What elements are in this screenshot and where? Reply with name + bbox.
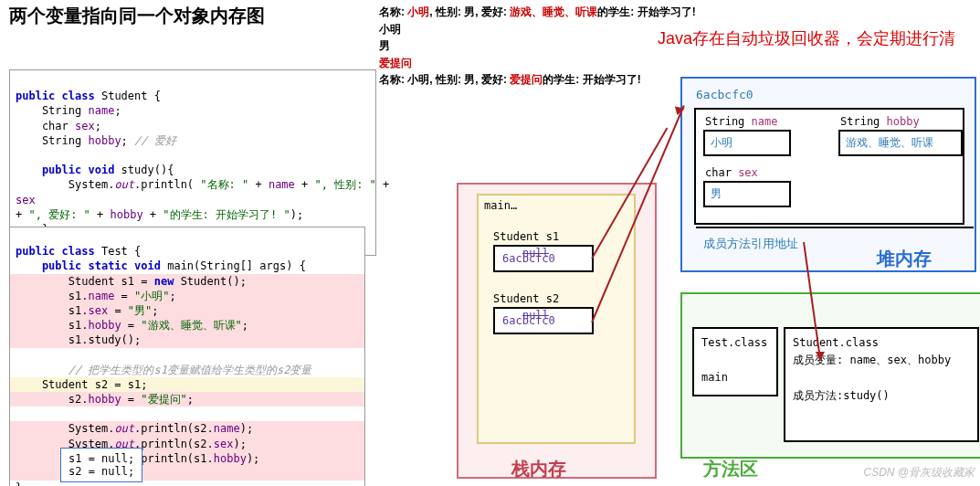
- method-reference: 成员方法引用地址: [696, 227, 974, 252]
- field-hobby: 游戏、睡觉、听课: [838, 130, 963, 156]
- var-s2-label: Student s2: [493, 292, 559, 305]
- arrow-head-2: [816, 352, 825, 361]
- student-class-box: Student.class成员变量: name、sex、hobby成员方法:st…: [784, 327, 979, 442]
- field-name: 小明: [703, 130, 791, 156]
- console-output: 名称: 小明, 性别: 男, 爱好: 游戏、睡觉、听课的学生: 开始学习了! 小…: [379, 4, 696, 89]
- null-assignment-box: s1 = null;s2 = null;: [60, 448, 142, 482]
- var-s1-value: null 6acbcfc0: [493, 245, 594, 272]
- stack-memory-label: 栈内存: [511, 457, 566, 481]
- method-area-label: 方法区: [703, 457, 758, 481]
- field-sex: 男: [703, 181, 791, 207]
- gc-note: Java存在自动垃圾回收器，会定期进行清: [658, 27, 955, 49]
- var-s2-value: null 6acbcfc0: [493, 307, 594, 334]
- test-class-box: Test.classmain: [692, 327, 778, 396]
- page-title: 两个变量指向同一个对象内存图: [9, 4, 265, 28]
- main-label: main…: [484, 199, 517, 212]
- object-address: 6acbcfc0: [696, 88, 753, 101]
- var-s1-label: Student s1: [493, 230, 559, 243]
- watermark: CSDN @骨灰级收藏家: [863, 465, 975, 481]
